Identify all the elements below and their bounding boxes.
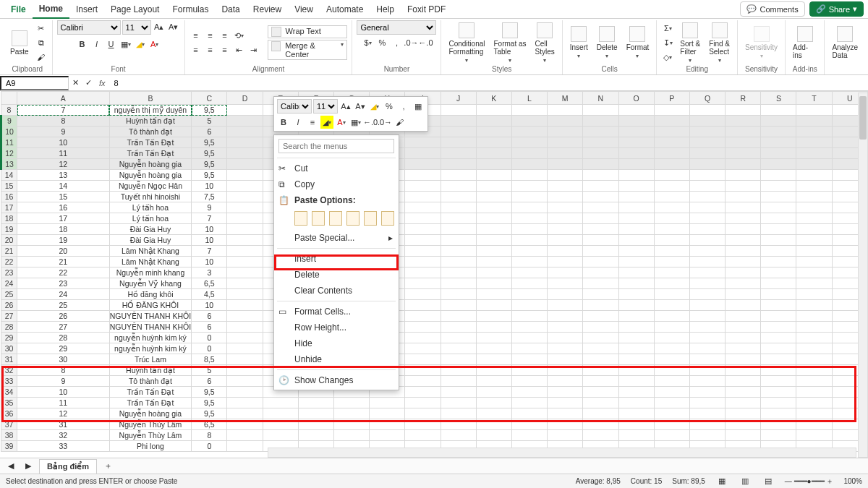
cell[interactable]: 0 (192, 333, 227, 343)
cell[interactable] (654, 365, 689, 376)
cell[interactable] (583, 387, 618, 398)
cell[interactable] (618, 105, 654, 116)
cell[interactable] (476, 408, 511, 419)
cell[interactable] (689, 365, 725, 376)
cell[interactable]: 9,5 (192, 170, 227, 181)
formula-input[interactable] (110, 77, 868, 89)
cell[interactable] (761, 333, 796, 343)
cell[interactable] (441, 311, 476, 322)
cell[interactable] (511, 419, 547, 430)
cell[interactable] (548, 387, 583, 398)
row-header[interactable]: 9 (1, 116, 17, 127)
add-sheet-icon[interactable]: ＋ (101, 460, 114, 473)
cell[interactable] (583, 159, 618, 170)
table-row[interactable]: 87nguyễn thị mỹ duyên9,5 (1, 105, 868, 116)
cell[interactable] (548, 354, 583, 365)
cell[interactable] (476, 105, 511, 116)
cell[interactable] (583, 137, 618, 148)
ctx-cut[interactable]: ✂Cut (274, 160, 399, 176)
cell[interactable] (405, 159, 441, 170)
cell[interactable] (689, 354, 725, 365)
cell[interactable]: Nguyễn hoàng gia (109, 408, 191, 419)
ctx-unhide[interactable]: Unhide (274, 351, 399, 367)
row-header[interactable]: 20 (1, 235, 17, 246)
ctx-insert[interactable]: Insert (274, 251, 399, 267)
col-header[interactable]: P (654, 92, 689, 105)
view-normal-icon[interactable]: ▦ (715, 475, 728, 488)
cell[interactable]: 16 (17, 202, 110, 213)
cell[interactable] (689, 289, 725, 300)
cell[interactable] (583, 322, 618, 333)
cell[interactable] (511, 181, 547, 192)
cell[interactable] (441, 365, 476, 376)
cell[interactable] (441, 387, 476, 398)
cell[interactable] (476, 224, 511, 235)
view-page-break-icon[interactable]: ▤ (762, 475, 775, 488)
paste-opt-link[interactable] (381, 211, 394, 226)
col-header[interactable]: N (583, 92, 618, 105)
cell[interactable] (761, 408, 796, 419)
cell[interactable]: Nguyễn minh khang (109, 267, 191, 278)
cell[interactable] (511, 257, 547, 267)
cell[interactable] (405, 202, 441, 213)
cell[interactable] (796, 116, 832, 127)
cell[interactable] (796, 311, 832, 322)
cell[interactable] (583, 213, 618, 224)
cell[interactable]: 32 (17, 430, 110, 441)
fill-icon[interactable]: ↧ (661, 36, 674, 49)
cell[interactable] (761, 170, 796, 181)
row-header[interactable]: 22 (1, 257, 17, 267)
mini-size-select[interactable]: 11 (313, 99, 338, 114)
cell[interactable] (689, 300, 725, 311)
cell[interactable] (654, 159, 689, 170)
cell[interactable] (227, 387, 263, 398)
cell[interactable] (441, 343, 476, 354)
cell[interactable] (583, 224, 618, 235)
cell[interactable]: 7 (17, 105, 110, 116)
cell[interactable] (654, 137, 689, 148)
cell[interactable] (761, 213, 796, 224)
row-header[interactable]: 37 (1, 419, 17, 430)
cell[interactable] (654, 419, 689, 430)
tab-page-layout[interactable]: Page Layout (104, 1, 166, 18)
sheet-prev-icon[interactable]: ◀ (4, 460, 17, 473)
row-header[interactable]: 36 (1, 408, 17, 419)
cell[interactable] (654, 408, 689, 419)
cell[interactable] (227, 430, 263, 441)
cell[interactable] (654, 387, 689, 398)
col-header[interactable]: M (548, 92, 583, 105)
wrap-text-button[interactable]: Wrap Text (268, 25, 348, 38)
cell[interactable]: 25 (17, 300, 110, 311)
cell[interactable] (511, 387, 547, 398)
cell[interactable]: NGUYỄN THANH KHÔI (109, 311, 191, 322)
cell[interactable] (227, 257, 263, 267)
cell[interactable] (654, 430, 689, 441)
cell[interactable]: 10 (192, 257, 227, 267)
cell[interactable] (476, 246, 511, 257)
zoom-level[interactable]: 100% (843, 477, 862, 485)
cell[interactable] (227, 333, 263, 343)
cell[interactable] (441, 376, 476, 387)
cell[interactable] (227, 365, 263, 376)
cell[interactable] (511, 192, 547, 202)
cell[interactable] (726, 213, 761, 224)
cell[interactable] (796, 148, 832, 159)
cell[interactable] (654, 257, 689, 267)
cell[interactable]: 23 (17, 278, 110, 289)
row-header[interactable]: 32 (1, 365, 17, 376)
conditional-formatting-button[interactable]: Conditional Formatting (446, 21, 488, 65)
cell[interactable] (761, 192, 796, 202)
cell[interactable] (583, 105, 618, 116)
cell[interactable]: 8 (17, 116, 110, 127)
cell[interactable] (227, 343, 263, 354)
cell[interactable] (511, 311, 547, 322)
cell[interactable] (726, 192, 761, 202)
col-header[interactable]: C (192, 92, 227, 105)
cell[interactable] (441, 354, 476, 365)
cell[interactable] (796, 224, 832, 235)
cell[interactable] (370, 430, 405, 441)
cell[interactable] (761, 105, 796, 116)
cell[interactable] (618, 398, 654, 408)
cell[interactable] (583, 408, 618, 419)
cell[interactable]: Tô thành đạt (109, 127, 191, 137)
